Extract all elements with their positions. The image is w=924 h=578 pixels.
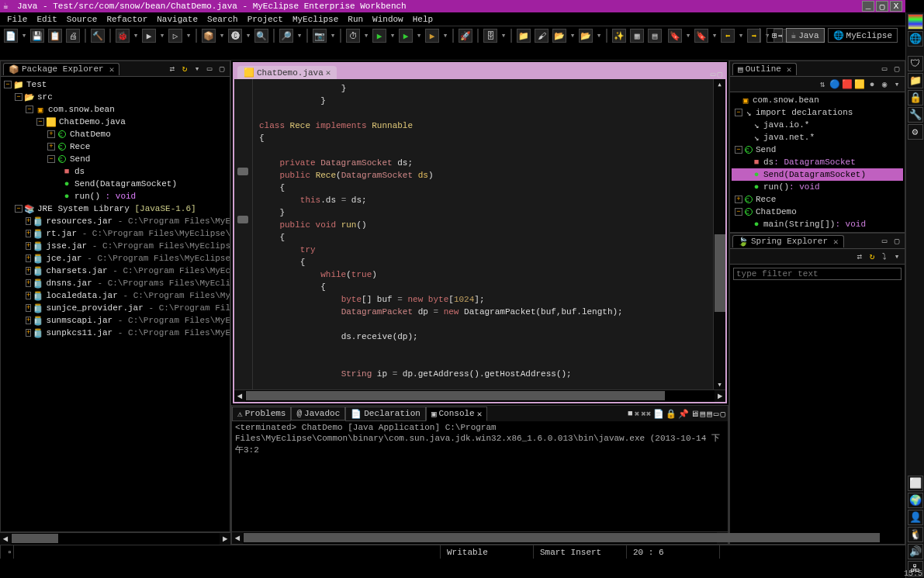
expand-icon[interactable]: + — [26, 279, 31, 287]
expand-icon[interactable]: − — [735, 208, 742, 216]
shield-icon[interactable]: 🛡 — [908, 56, 923, 71]
penguin-icon[interactable]: 🐧 — [908, 527, 923, 542]
run-button[interactable]: ▶ — [142, 29, 156, 43]
tree-jar[interactable]: +🫙resources.jar - C:\Program Files\MyEcl… — [2, 215, 228, 227]
menu-file[interactable]: File — [3, 15, 31, 24]
expand-icon[interactable]: + — [26, 217, 31, 225]
perspective-myeclipse[interactable]: 🌐 MyEclipse — [828, 28, 898, 43]
open-folder-button[interactable]: 📁 — [517, 29, 531, 43]
close-tab-icon[interactable]: ✕ — [109, 64, 115, 74]
tree-jar[interactable]: +🫙charsets.jar - C:\Program Files\MyEcli — [2, 265, 228, 277]
tree-jar[interactable]: +🫙sunpkcs11.jar - C:\Program Files\MyEcl… — [2, 327, 228, 339]
wand-button[interactable]: ✨ — [612, 29, 626, 43]
scroll-right-button[interactable]: ► — [220, 533, 230, 545]
close-tab-icon[interactable]: ✕ — [833, 237, 839, 247]
expand-icon[interactable]: − — [47, 155, 55, 163]
back-button[interactable]: ⬅ — [721, 29, 735, 43]
vertical-scrollbar[interactable]: ▴ ▾ — [713, 79, 725, 389]
minimize-view-button[interactable]: ▭ — [879, 236, 890, 247]
code-editor[interactable]: } } class Rece implements Runnable{ priv… — [253, 79, 713, 389]
expand-icon[interactable]: + — [26, 329, 31, 337]
speaker-icon[interactable]: 🔊 — [908, 544, 923, 559]
save-button[interactable]: 💾 — [30, 29, 44, 43]
profile-button[interactable]: ⏱ — [346, 29, 360, 43]
scroll-left-button[interactable]: ◄ — [232, 532, 243, 544]
scroll-lock-button[interactable]: 🔒 — [666, 409, 677, 419]
clear-console-button[interactable]: 📄 — [653, 409, 664, 419]
expand-icon[interactable]: − — [15, 205, 22, 213]
view-menu-button[interactable]: ▾ — [891, 79, 902, 90]
folder-icon[interactable]: 📁 — [908, 73, 923, 88]
gear-icon[interactable]: ⚙ — [908, 124, 923, 140]
collapse-all-button[interactable]: ⇄ — [854, 251, 865, 262]
sort-button[interactable]: ⇅ — [817, 79, 828, 90]
collapse-all-button[interactable]: ⇄ — [167, 64, 178, 74]
terminate-button[interactable]: ■ — [628, 409, 633, 419]
expand-icon[interactable]: + — [26, 292, 31, 299]
expand-icon[interactable]: − — [735, 146, 742, 154]
tab-console[interactable]: ▣ Console ✕ — [426, 407, 487, 421]
scroll-left-button[interactable]: ◄ — [234, 390, 245, 402]
menu-refactor[interactable]: Refactor — [102, 15, 151, 24]
tab-javadoc[interactable]: @ Javadoc — [291, 407, 345, 421]
expand-icon[interactable]: + — [47, 143, 55, 151]
expand-icon[interactable]: + — [26, 304, 31, 312]
tab-problems[interactable]: ⚠ Problems — [232, 407, 291, 421]
menu-help[interactable]: Help — [409, 15, 437, 24]
outline-selected[interactable]: ●Send(DatagramSocket) — [732, 168, 903, 181]
maximize-editor-button[interactable]: ▢ — [717, 69, 722, 79]
view-menu-button[interactable]: ▾ — [192, 64, 202, 74]
ie-icon[interactable]: 🌐 — [908, 31, 923, 47]
expand-icon[interactable]: + — [26, 317, 31, 324]
menu-edit[interactable]: Edit — [33, 15, 61, 24]
editor-tab-chatdemo[interactable]: 🟨ChatDemo.java✕ — [237, 66, 337, 79]
spring-explorer-tab[interactable]: 🍃 Spring Explorer ✕ — [732, 235, 844, 247]
list-button[interactable]: ▤ — [648, 29, 662, 43]
menu-source[interactable]: Source — [63, 15, 102, 24]
scroll-right-button[interactable]: ► — [715, 390, 725, 402]
menu-window[interactable]: Window — [369, 15, 407, 24]
new-console-button[interactable]: ▤ — [707, 409, 712, 419]
hide-fields-button[interactable]: 🔵 — [829, 79, 840, 90]
save-all-button[interactable]: 📋 — [48, 29, 62, 43]
msn-icon[interactable]: 👤 — [908, 510, 923, 525]
start-icon[interactable] — [908, 14, 923, 29]
tag2-button[interactable]: 🔖 — [694, 29, 708, 43]
brush-button[interactable]: 🖌 — [535, 29, 549, 43]
print-button[interactable]: 🖨 — [66, 29, 80, 43]
lock-icon[interactable]: 🔒 — [908, 90, 923, 106]
minimize-view-button[interactable]: ▭ — [204, 64, 215, 74]
menu-run[interactable]: Run — [344, 15, 367, 24]
expand-icon[interactable]: − — [15, 93, 22, 101]
debug-dropdown[interactable]: ▾ — [133, 28, 139, 42]
relaunch-button[interactable]: ▶ — [425, 29, 439, 43]
maximize-view-button[interactable]: ▢ — [891, 64, 902, 74]
camera-button[interactable]: 📷 — [313, 29, 327, 43]
tag1-button[interactable]: 🔖 — [668, 29, 682, 43]
server-button[interactable]: 🗄 — [483, 29, 497, 43]
outline-tab[interactable]: ▤ Outline ✕ — [732, 63, 797, 75]
menu-project[interactable]: Project — [244, 15, 287, 24]
open-perspective-button[interactable]: ⊞ — [767, 28, 783, 43]
pin-console-button[interactable]: 📌 — [678, 409, 689, 419]
open-console-button[interactable]: ▤ — [701, 409, 706, 419]
tree-jar[interactable]: +🫙dnsns.jar - C:\Programs Files\MyEclips… — [2, 277, 228, 289]
focus-button[interactable]: ◉ — [879, 79, 890, 90]
expand-icon[interactable]: − — [4, 81, 12, 88]
close-tab-icon[interactable]: ✕ — [787, 64, 792, 74]
minimize-panel-button[interactable]: ▭ — [714, 409, 719, 419]
close-tab-icon[interactable]: ✕ — [326, 67, 331, 78]
minimize-editor-button[interactable]: ▭ — [711, 69, 716, 79]
maximize-button[interactable]: ▢ — [876, 1, 888, 12]
tool-icon[interactable]: 🔧 — [908, 107, 923, 123]
new-dropdown[interactable]: ▾ — [21, 28, 27, 42]
run-last-button[interactable]: ▷ — [168, 29, 182, 43]
new-class-button[interactable]: 🅒 — [228, 29, 242, 43]
tree-jar[interactable]: +🫙rt.jar - C:\Program Files\MyEclipse\Co… — [2, 227, 228, 240]
maximize-view-button[interactable]: ▢ — [216, 64, 227, 74]
debug-button[interactable]: 🐞 — [116, 29, 130, 43]
hide-local-button[interactable]: ● — [867, 79, 877, 90]
build-button[interactable]: 🔨 — [91, 29, 105, 43]
tab-declaration[interactable]: 📄 Declaration — [345, 407, 426, 421]
link-button[interactable]: ↻ — [867, 251, 877, 262]
